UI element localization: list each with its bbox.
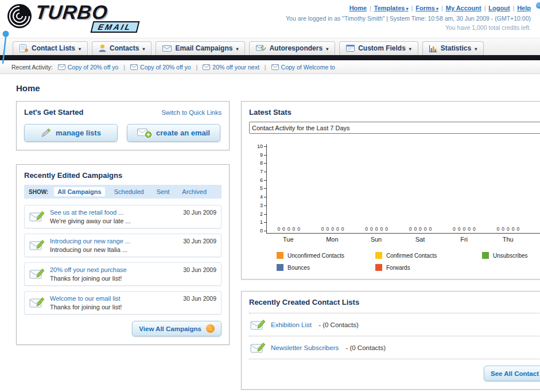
nav-tab-label: Autoresponders: [269, 44, 323, 52]
recent-campaigns-panel: Recently Edited Campaigns SHOW: All Camp…: [16, 164, 230, 345]
get-started-panel: Let's Get Started Switch to Quick Links …: [16, 101, 230, 150]
activity-label: Copy of 20% off yo: [68, 64, 119, 71]
nav-tab-autoresponders[interactable]: Autoresponders: [249, 41, 335, 55]
recent-activity-link[interactable]: Copy of Welcome to: [271, 64, 335, 71]
x-axis-label: Sat: [398, 236, 442, 243]
contact-list-link[interactable]: Exhibition List: [271, 321, 312, 328]
campaign-list-item[interactable]: See us at the retail food ...We're givin…: [24, 205, 222, 228]
y-axis-label: 10: [257, 144, 266, 149]
campaign-date: 30 Jun 2009: [183, 238, 216, 253]
campaign-subtitle: Thanks for joining our list!: [50, 304, 178, 311]
top-link-my-account[interactable]: My Account: [446, 5, 481, 11]
envelope-plus-icon: [137, 128, 151, 138]
bar-value-label: 0: [507, 226, 510, 232]
contact-list-item[interactable]: Exhibition List - (0 Contacts): [249, 313, 540, 336]
x-axis-label: Wed: [530, 236, 540, 243]
bar-value-label: 0: [331, 226, 334, 232]
turbo-email-logo[interactable]: TURBO EMAIL: [6, 2, 138, 33]
x-axis-label: Thu: [486, 236, 530, 243]
recent-activity-items: Copy of 20% off yo|Copy of 20% off yo|20…: [58, 64, 335, 71]
statistics-icon: [429, 45, 437, 52]
nav-tab-contact-lists[interactable]: Contact Lists: [13, 41, 88, 55]
bar-value-label: 0: [502, 226, 504, 232]
activity-label: Copy of 20% off yo: [140, 64, 191, 71]
bar-value-label: 0: [512, 226, 515, 232]
get-started-header: Let's Get Started Switch to Quick Links: [24, 108, 222, 117]
envelope-icon: [58, 64, 65, 70]
view-all-campaigns-button[interactable]: View All Campaigns: [132, 321, 222, 336]
manage-lists-button[interactable]: manage lists: [24, 124, 118, 142]
top-header: TURBO EMAIL Home|Templates|Forms|My Acco…: [0, 0, 540, 38]
corner-dot-icon: [536, 2, 540, 9]
bar-value-label: 0: [327, 226, 329, 232]
recent-activity-bar: Recent Activity: Copy of 20% off yo|Copy…: [0, 60, 540, 74]
create-email-button[interactable]: create an email: [127, 124, 220, 142]
campaign-text: 20% off your next purchaseThanks for joi…: [50, 266, 178, 282]
campaign-subtitle: We're giving away our late ...: [50, 218, 178, 224]
main-content: Home Let's Get Started Switch to Quick L…: [0, 74, 540, 390]
y-axis-label: 0: [260, 228, 266, 234]
see-all-contact-lists-button[interactable]: See All Contact Lists: [484, 366, 540, 381]
recent-activity-link[interactable]: Copy of 20% off yo: [58, 64, 119, 71]
campaign-list-item[interactable]: Introducing our new range ...Introducing…: [24, 234, 222, 257]
contact-list-link[interactable]: Newsletter Subscribers: [271, 344, 339, 351]
recent-activity-link[interactable]: Copy of 20% off yo: [130, 64, 191, 71]
chevron-down-icon: [409, 44, 411, 52]
contact-lists-title: Recently Created Contact Lists: [249, 298, 540, 306]
latest-stats-panel: Latest Stats Contact Activity for the La…: [241, 101, 540, 280]
latest-stats-title: Latest Stats: [249, 108, 540, 117]
bar-value-label: 0: [341, 226, 344, 232]
show-label: SHOW:: [29, 189, 48, 195]
filter-tab-all-campaigns[interactable]: All Campaigns: [54, 187, 104, 196]
campaign-title-link[interactable]: See us at the retail food ...: [50, 209, 178, 216]
nav-tab-email-campaigns[interactable]: Email Campaigns: [156, 41, 245, 55]
main-nav: Contact ListsContactsEmail CampaignsAuto…: [0, 38, 540, 55]
filter-tab-scheduled[interactable]: Scheduled: [111, 187, 147, 196]
stats-range-select[interactable]: Contact Activity for the Last 7 Days: [249, 122, 540, 134]
campaign-list-item[interactable]: Welcome to our email listThanks for join…: [24, 291, 222, 315]
autoresponders-icon: [256, 45, 266, 52]
recent-contact-lists-panel: Recently Created Contact Lists Exhibitio…: [241, 291, 540, 390]
campaign-title-link[interactable]: 20% off your next purchase: [50, 266, 178, 273]
switch-quick-links-link[interactable]: Switch to Quick Links: [161, 109, 222, 116]
y-axis-label: 7: [260, 169, 266, 174]
top-link-templates[interactable]: Templates: [374, 5, 409, 11]
recent-activity-link[interactable]: 20% off your next: [203, 64, 259, 71]
y-axis-label: 4: [260, 195, 266, 200]
nav-tab-statistics[interactable]: Statistics: [422, 41, 484, 55]
legend-label: Unconfirmed Contacts: [288, 253, 344, 259]
campaign-text: See us at the retail food ...We're givin…: [50, 209, 178, 224]
y-axis-label: 3: [260, 203, 266, 208]
contact-list-items: Exhibition List - (0 Contacts)Newsletter…: [249, 313, 540, 359]
filter-tab-sent[interactable]: Sent: [153, 187, 173, 196]
y-axis-label: 5: [260, 186, 266, 191]
campaign-subtitle: Introducing our new Italia ...: [50, 246, 178, 253]
legend-item-confirmed-contacts: Confirmed Contacts: [375, 252, 482, 259]
filter-tab-archived[interactable]: Archived: [178, 187, 210, 196]
top-link-logout[interactable]: Logout: [488, 5, 510, 11]
campaign-list-item[interactable]: 20% off your next purchaseThanks for joi…: [24, 262, 222, 286]
campaign-title-link[interactable]: Welcome to our email list: [50, 295, 178, 302]
contact-list-item[interactable]: Newsletter Subscribers - (0 Contacts): [249, 336, 540, 359]
chart-x-axis: TueMonSunSatFriThuWed: [266, 236, 540, 243]
contact-activity-chart: 109876543210 000000000000000000000000000…: [249, 144, 540, 271]
top-link-home[interactable]: Home: [349, 5, 367, 11]
custom-fields-icon: [346, 45, 355, 52]
legend-swatch: [375, 264, 382, 271]
envelope-pencil-icon: [29, 296, 45, 311]
chart-y-axis: 109876543210: [251, 144, 266, 234]
nav-tab-contacts[interactable]: Contacts: [92, 41, 151, 55]
nav-tab-custom-fields[interactable]: Custom Fields: [339, 41, 418, 55]
chevron-down-icon: [142, 44, 145, 52]
x-axis-label: Mon: [310, 236, 355, 243]
legend-item-unconfirmed-contacts: Unconfirmed Contacts: [277, 252, 375, 259]
contact-list-count: - (0 Contacts): [344, 344, 386, 351]
bar-group: 00000: [310, 226, 354, 232]
campaign-filter-tabs: All CampaignsScheduledSentArchived: [54, 187, 210, 196]
top-link-help[interactable]: Help: [517, 5, 531, 11]
y-axis-label: 2: [260, 212, 266, 217]
top-link-forms[interactable]: Forms: [415, 5, 438, 11]
legend-swatch: [277, 252, 283, 259]
campaign-title-link[interactable]: Introducing our new range ...: [50, 238, 178, 244]
bar-group: 00000: [398, 226, 442, 232]
